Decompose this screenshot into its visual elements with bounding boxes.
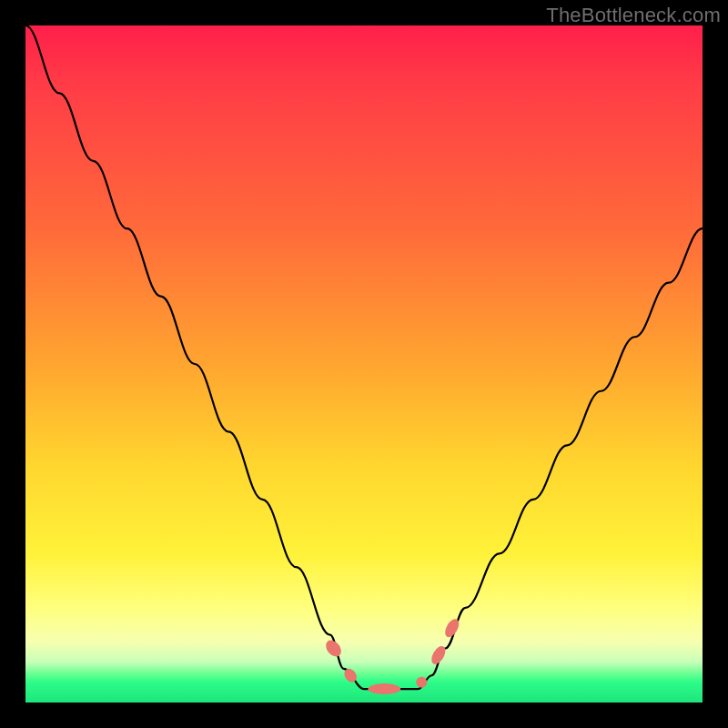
marker-D — [416, 677, 427, 688]
curve-path — [25, 25, 703, 689]
chart-svg — [25, 25, 703, 703]
marker-C — [368, 683, 400, 694]
bottleneck-curve — [25, 25, 703, 689]
watermark-text: TheBottleneck.com — [546, 4, 721, 27]
marker-group — [323, 617, 462, 694]
chart-frame: TheBottleneck.com — [0, 0, 728, 728]
plot-area — [25, 25, 703, 703]
